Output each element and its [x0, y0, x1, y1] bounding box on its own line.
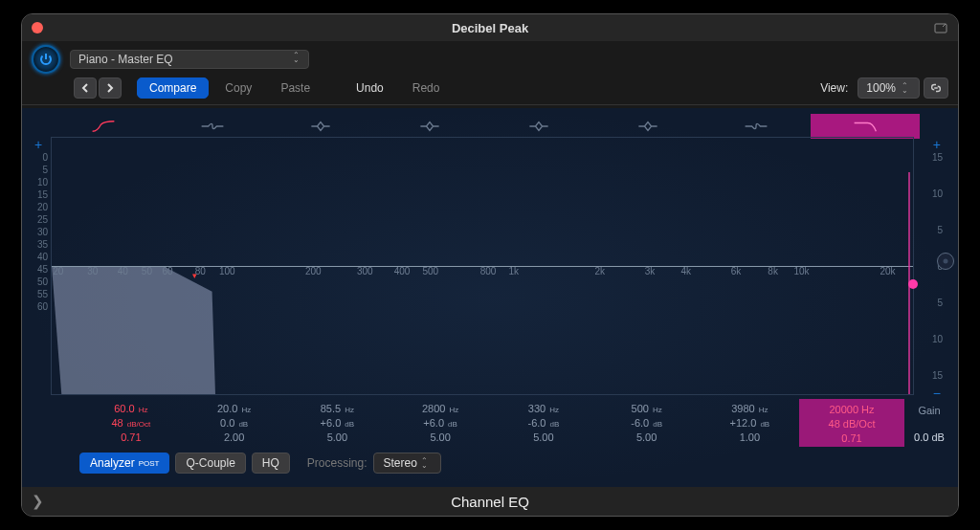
band-7-gain[interactable]: +12.0 dB [699, 417, 802, 429]
band-2-freq[interactable]: 20.0 Hz [183, 403, 286, 414]
band-7-freq[interactable]: 3980 Hz [699, 403, 802, 414]
chevron-updown-icon [293, 53, 302, 62]
compare-button[interactable]: Compare [137, 77, 209, 99]
nav-prev-button[interactable] [74, 77, 97, 99]
band-1-gain[interactable]: 48 dB/Oct [79, 417, 183, 429]
gain-knob[interactable] [937, 253, 954, 270]
analyzer-toggle[interactable]: AnalyzerPOST [79, 453, 169, 474]
plugin-window: Decibel Peak Piano - Master EQ Compare C… [21, 13, 959, 517]
nav-next-button[interactable] [99, 77, 122, 99]
band-1-freq[interactable]: 60.0 Hz [79, 403, 183, 414]
band-5-q[interactable]: 5.00 [492, 431, 595, 443]
processing-label: Processing: [307, 456, 368, 470]
band-3-q[interactable]: 5.00 [286, 431, 390, 443]
band-6-freq[interactable]: 500 Hz [595, 403, 699, 414]
band-7-q[interactable]: 1.00 [699, 431, 802, 443]
copy-button[interactable]: Copy [212, 77, 264, 99]
preset-dropdown[interactable]: Piano - Master EQ [70, 50, 309, 69]
band-4-peak-icon[interactable] [375, 114, 484, 139]
band-6-q[interactable]: 5.00 [595, 431, 699, 443]
band-2-gain[interactable]: 0.0 dB [183, 417, 286, 429]
scale-zoom-in-right[interactable]: + [933, 137, 941, 152]
band-4-q[interactable]: 5.00 [389, 431, 492, 443]
expand-chevron-icon[interactable]: ❯ [32, 493, 44, 510]
titlebar: Decibel Peak [22, 14, 958, 41]
band-3-peak-icon[interactable] [267, 114, 376, 139]
view-label: View: [820, 81, 848, 95]
band-type-row [49, 114, 920, 139]
processing-dropdown[interactable]: Stereo [373, 453, 441, 474]
link-button[interactable] [924, 77, 948, 99]
view-zoom-value: 100% [866, 81, 896, 95]
band-3-gain[interactable]: +6.0 dB [286, 417, 390, 429]
gain-value: 0.0 dB [906, 431, 952, 443]
band-6-peak-icon[interactable] [593, 114, 702, 139]
band-1-highpass-icon[interactable] [49, 114, 158, 139]
left-db-scale: + 051015202530354045505560 [29, 139, 48, 164]
band-8-params-highlight[interactable]: 20000 Hz 48 dB/Oct 0.71 [799, 399, 904, 447]
band-3-freq[interactable]: 85.5 Hz [286, 403, 390, 414]
band-8-handle[interactable] [908, 279, 918, 289]
chevron-updown-icon [421, 458, 431, 468]
band-4-freq[interactable]: 2800 Hz [389, 403, 492, 414]
bottom-controls: AnalyzerPOST Q-Couple HQ Processing: Ste… [79, 453, 441, 474]
band-4-gain[interactable]: +6.0 dB [389, 417, 492, 429]
paste-button[interactable]: Paste [268, 77, 323, 99]
power-button[interactable] [32, 45, 60, 74]
chevron-updown-icon [902, 83, 911, 93]
plugin-name: Channel EQ [451, 494, 529, 510]
band-7-highshelf-icon[interactable] [702, 114, 812, 139]
preset-arrow-icon[interactable] [933, 20, 948, 35]
param-row-q: 0.712.005.005.005.005.001.000.71 [79, 431, 904, 443]
scale-zoom-in[interactable]: + [29, 139, 48, 151]
gain-label: Gain [906, 405, 952, 416]
eq-graph[interactable]: ▾ 2030405060801002003004005008001k2k3k4k… [51, 137, 914, 395]
toolbar-row-2: Compare Copy Paste Undo Redo View: 100% [22, 77, 958, 105]
toolbar-row-1: Piano - Master EQ [22, 41, 958, 77]
band-2-lowshelf-icon[interactable] [158, 114, 267, 139]
highpass-fill [52, 266, 215, 394]
band-1-q[interactable]: 0.71 [79, 431, 183, 443]
band-8-lowpass-icon[interactable] [811, 114, 920, 139]
band-5-gain[interactable]: -6.0 dB [492, 417, 595, 429]
footer-bar: ❯ Channel EQ [22, 487, 958, 516]
eq-body: + 051015202530354045505560 + 15 10 5 0 5… [22, 108, 958, 487]
band-5-freq[interactable]: 330 Hz [492, 403, 595, 414]
redo-button[interactable]: Redo [400, 77, 453, 99]
band-2-q[interactable]: 2.00 [183, 431, 286, 443]
band-6-gain[interactable]: -6.0 dB [595, 417, 699, 429]
param-row-frequency: 60.0 Hz20.0 Hz85.5 Hz2800 Hz330 Hz500 Hz… [79, 403, 904, 414]
undo-button[interactable]: Undo [344, 77, 396, 99]
q-couple-toggle[interactable]: Q-Couple [175, 453, 245, 474]
preset-name: Piano - Master EQ [78, 53, 173, 66]
window-title: Decibel Peak [22, 21, 958, 35]
master-gain[interactable]: Gain 0.0 dB [906, 405, 952, 443]
close-window-button[interactable] [32, 22, 43, 33]
band-5-peak-icon[interactable] [484, 114, 593, 139]
param-row-gain: 48 dB/Oct0.0 dB+6.0 dB+6.0 dB-6.0 dB-6.0… [79, 417, 904, 429]
hq-toggle[interactable]: HQ [252, 453, 290, 474]
view-zoom-dropdown[interactable]: 100% [858, 77, 920, 99]
